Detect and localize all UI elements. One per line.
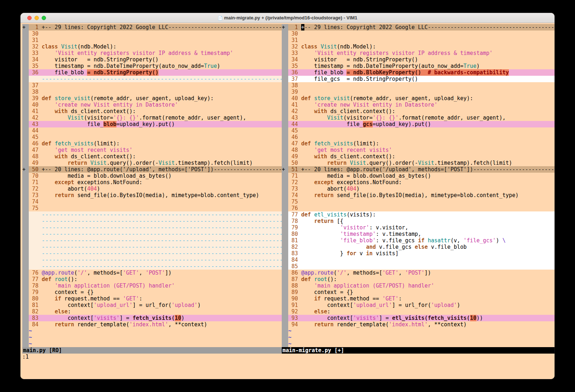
code-line-93[interactable]: 93 context['visits'] = etl_visits(fetch_… — [282, 315, 555, 321]
code-line-30[interactable]: 30 — [282, 31, 555, 37]
close-button[interactable] — [27, 16, 32, 20]
code-line-44[interactable]: 44 — [22, 127, 282, 134]
zoom-button[interactable] — [42, 16, 46, 20]
code-line-1[interactable]: + 1 +-- 29 lines: Copyright 2022 Google … — [282, 24, 555, 31]
code-line-34[interactable]: 34 visitor = ndb.StringProperty() — [282, 56, 555, 63]
code-line-fill[interactable]: ----------------------------------------… — [22, 218, 282, 224]
command-line[interactable]: :1 — [22, 354, 555, 360]
code-line-80[interactable]: 80 'timestamp': v.timestamp, — [282, 231, 555, 237]
code-line-76[interactable]: 76 — [282, 205, 555, 211]
code-line-78[interactable]: 78 return [{ — [282, 218, 555, 224]
code-line-33[interactable]: 33 'Visit entity registers visitor IP ad… — [22, 50, 282, 56]
code-line-89[interactable]: 89 context = {} — [282, 289, 555, 295]
code-line-fill[interactable]: ----------------------------------------… — [22, 76, 282, 82]
code-line-35[interactable]: 35 timestamp = ndb.DateTimeProperty(auto… — [282, 63, 555, 69]
fold-marker-icon[interactable]: + — [22, 24, 29, 31]
code-line-75[interactable]: 75 — [22, 205, 282, 211]
code-line-fill[interactable]: ----------------------------------------… — [22, 211, 282, 218]
code-line-50[interactable]: + 50 +-- 20 lines: @app.route('/upload',… — [22, 166, 282, 173]
fold-marker-icon[interactable]: + — [282, 166, 288, 173]
code-line-85[interactable]: 85 — [282, 263, 555, 270]
code-line-fill[interactable]: ----------------------------------------… — [22, 244, 282, 250]
code-line-47[interactable]: 47 'get most recent visits' — [22, 147, 282, 153]
code-line-73[interactable]: 73 abort(404) — [282, 186, 555, 192]
code-line-tld[interactable]: ~ — [282, 341, 555, 347]
statusline-right[interactable]: main-migrate.py [+] — [282, 347, 555, 354]
code-line-81[interactable]: 81 'file_blob': v.file_gcs if hasattr(v,… — [282, 237, 555, 244]
code-line-30[interactable]: 30 — [22, 31, 282, 37]
code-line-38[interactable]: 38 — [22, 89, 282, 95]
code-line-84[interactable]: 84 return render_template('index.html', … — [22, 321, 282, 328]
code-line-74[interactable]: 74 return send_file(io.BytesIO(media), m… — [282, 192, 555, 199]
code-line-49[interactable]: 49 with ds_client.context(): — [282, 153, 555, 160]
code-line-tld[interactable]: ~ — [22, 341, 282, 347]
code-line-51[interactable]: + 51 +-- 20 lines: @app.route('/upload',… — [282, 166, 555, 173]
code-line-49[interactable]: 49 return Visit.query().order(-Visit.tim… — [22, 160, 282, 166]
code-line-46[interactable]: 46 — [282, 134, 555, 140]
code-line-1[interactable]: + 1 +-- 29 lines: Copyright 2022 Google … — [22, 24, 282, 31]
code-line-43[interactable]: 43 file_blob=upload_key).put() — [22, 121, 282, 127]
code-line-47[interactable]: 47 def fetch_visits(limit): — [282, 140, 555, 147]
code-line-91[interactable]: 91 context['upload_url'] = url_for('uplo… — [282, 302, 555, 308]
code-line-50[interactable]: 50 return Visit.query().order(-Visit.tim… — [282, 160, 555, 166]
code-line-48[interactable]: 48 with ds_client.context(): — [22, 153, 282, 160]
code-line-44[interactable]: 44 file_gcs=upload_key).put() — [282, 121, 555, 127]
code-line-31[interactable]: 31 — [22, 37, 282, 43]
code-line-78[interactable]: 78 'main application (GET/POST) handler' — [22, 283, 282, 289]
code-line-38[interactable]: 38 — [282, 82, 555, 89]
code-line-71[interactable]: 71 except exceptions.NotFound: — [22, 179, 282, 186]
code-line-76[interactable]: 76 @app.route('/', methods=['GET', 'POST… — [22, 270, 282, 276]
code-line-73[interactable]: 73 return send_file(io.BytesIO(media), m… — [22, 192, 282, 199]
code-line-fill[interactable]: ----------------------------------------… — [22, 224, 282, 231]
code-line-tld[interactable]: ~ — [22, 328, 282, 334]
code-line-45[interactable]: 45 — [282, 127, 555, 134]
code-line-43[interactable]: 43 Visit(visitor='{}: {}'.format(remote_… — [282, 115, 555, 121]
code-line-32[interactable]: 32 class Visit(ndb.Model): — [282, 43, 555, 50]
code-line-36[interactable]: 36 file_blob = ndb.BlobKeyProperty() # b… — [282, 69, 555, 76]
code-line-84[interactable]: 84 — [282, 257, 555, 263]
code-line-45[interactable]: 45 — [22, 134, 282, 140]
code-line-41[interactable]: 41 with ds_client.context(): — [22, 108, 282, 115]
code-line-75[interactable]: 75 — [282, 199, 555, 205]
titlebar[interactable]: 📄main-migrate.py + (/private/tmp/mod16-c… — [20, 13, 555, 23]
code-line-83[interactable]: 83 context['visits'] = fetch_visits(10) — [22, 315, 282, 321]
code-line-77[interactable]: 77 def etl_visits(visits): — [282, 211, 555, 218]
fold-marker-icon[interactable]: + — [282, 24, 288, 31]
code-line-86[interactable]: 86 @app.route('/', methods=['GET', 'POST… — [282, 270, 555, 276]
code-line-72[interactable]: 72 abort(404) — [22, 186, 282, 192]
code-line-39[interactable]: 39 def store_visit(remote_addr, user_age… — [22, 95, 282, 102]
code-line-31[interactable]: 31 — [282, 37, 555, 43]
code-line-82[interactable]: 82 and v.file_gcs else v.file_blob — [282, 244, 555, 250]
code-line-88[interactable]: 88 'main application (GET/POST) handler' — [282, 283, 555, 289]
code-line-tld[interactable]: ~ — [282, 334, 555, 341]
code-line-74[interactable]: 74 — [22, 199, 282, 205]
code-line-87[interactable]: 87 def root(): — [282, 276, 555, 283]
code-line-79[interactable]: 79 'visitor': v.visitor, — [282, 224, 555, 231]
code-line-tld[interactable]: ~ — [282, 328, 555, 334]
code-line-37[interactable]: 37 file_gcs = ndb.StringProperty() — [282, 76, 555, 82]
code-line-82[interactable]: 82 else: — [22, 308, 282, 315]
code-line-tld[interactable]: ~ — [22, 334, 282, 341]
code-line-70[interactable]: 70 media = blob.download_as_bytes() — [22, 173, 282, 179]
code-line-33[interactable]: 33 'Visit entity registers visitor IP ad… — [282, 50, 555, 56]
code-line-79[interactable]: 79 context = {} — [22, 289, 282, 295]
code-line-72[interactable]: 72 except exceptions.NotFound: — [282, 179, 555, 186]
code-line-37[interactable]: 37 — [22, 82, 282, 89]
code-line-77[interactable]: 77 def root(): — [22, 276, 282, 283]
code-line-fill[interactable]: ----------------------------------------… — [22, 231, 282, 237]
code-line-81[interactable]: 81 context['upload_url'] = url_for('uplo… — [22, 302, 282, 308]
code-line-fill[interactable]: ----------------------------------------… — [22, 263, 282, 270]
code-line-80[interactable]: 80 if request.method == 'GET': — [22, 295, 282, 302]
code-line-39[interactable]: 39 — [282, 89, 555, 95]
code-line-71[interactable]: 71 media = blob.download_as_bytes() — [282, 173, 555, 179]
code-line-48[interactable]: 48 'get most recent visits' — [282, 147, 555, 153]
code-line-90[interactable]: 90 if request.method == 'GET': — [282, 295, 555, 302]
minimize-button[interactable] — [34, 16, 39, 20]
code-line-fill[interactable]: ----------------------------------------… — [22, 250, 282, 257]
code-line-42[interactable]: 42 with ds_client.context(): — [282, 108, 555, 115]
code-line-83[interactable]: 83 } for v in visits] — [282, 250, 555, 257]
code-line-36[interactable]: 36 file_blob = ndb.StringProperty() — [22, 69, 282, 76]
code-line-35[interactable]: 35 timestamp = ndb.DateTimeProperty(auto… — [22, 63, 282, 69]
statusline-left[interactable]: main.py [RO] — [22, 347, 282, 354]
code-line-41[interactable]: 41 'create new Visit entity in Datastore… — [282, 102, 555, 108]
